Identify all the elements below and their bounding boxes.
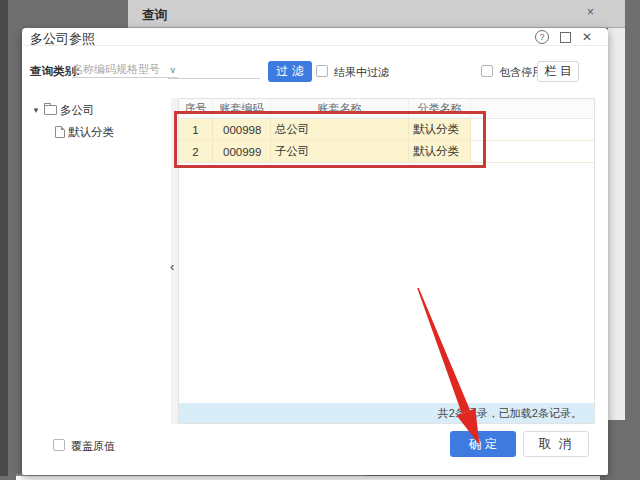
tree-child-label: 默认分类: [68, 125, 114, 140]
cell-filler: [471, 141, 594, 162]
background-window-tabbar: 查询 ×: [128, 0, 625, 28]
search-input[interactable]: [168, 60, 260, 79]
folder-icon: [44, 105, 57, 115]
tree-caret-icon[interactable]: ▼: [32, 106, 40, 115]
query-type-value: 名称编码规格型号: [72, 63, 160, 75]
backdrop-left-strip: [0, 0, 8, 476]
override-original-checkbox[interactable]: [53, 439, 65, 451]
dialog-header-icons: ? ✕: [535, 30, 592, 44]
close-icon[interactable]: ✕: [582, 30, 592, 44]
record-count-status: 共2条记录，已加载2条记录。: [179, 403, 594, 423]
dialog-title: 多公司参照: [30, 30, 95, 48]
help-icon[interactable]: ?: [535, 30, 549, 44]
cancel-button[interactable]: 取 消: [523, 431, 589, 457]
collapse-panel-icon[interactable]: ‹: [170, 260, 174, 273]
fullscreen-icon[interactable]: [560, 32, 571, 43]
filter-in-results-label: 结果中过滤: [334, 65, 389, 80]
background-page-strip: [608, 28, 625, 420]
screenshot-bottom-fill: [16, 476, 600, 480]
tab-query[interactable]: 查询: [142, 7, 167, 24]
cell-filler: [471, 119, 594, 140]
ok-button[interactable]: 确 定: [450, 431, 516, 457]
filter-in-results-checkbox[interactable]: [316, 65, 328, 77]
annotation-highlight-rectangle: [174, 111, 486, 168]
screenshot-stage: 查询 × 多公司参照 ? ✕ 查询类别: 名称编码规格型号 ∨ 过 滤 结果中过…: [0, 0, 640, 480]
background-window-close-icon[interactable]: ×: [587, 6, 594, 18]
tree-item-default-category[interactable]: 默认分类: [55, 125, 114, 139]
tree-item-multi-company[interactable]: ▼ 多公司: [32, 103, 94, 117]
tree-root-label: 多公司: [60, 103, 95, 118]
query-type-select[interactable]: 名称编码规格型号 ∨: [72, 60, 178, 78]
col-header-filler: [471, 99, 594, 118]
override-original-label: 覆盖原值: [71, 439, 115, 454]
include-disabled-checkbox[interactable]: [481, 65, 493, 77]
file-icon: [55, 126, 65, 138]
filter-button[interactable]: 过 滤: [268, 61, 312, 82]
columns-button[interactable]: 栏 目: [537, 61, 579, 82]
dialog-header: 多公司参照 ? ✕: [22, 28, 608, 46]
multi-company-reference-dialog: 多公司参照 ? ✕ 查询类别: 名称编码规格型号 ∨ 过 滤 结果中过滤 包含停…: [22, 28, 608, 475]
